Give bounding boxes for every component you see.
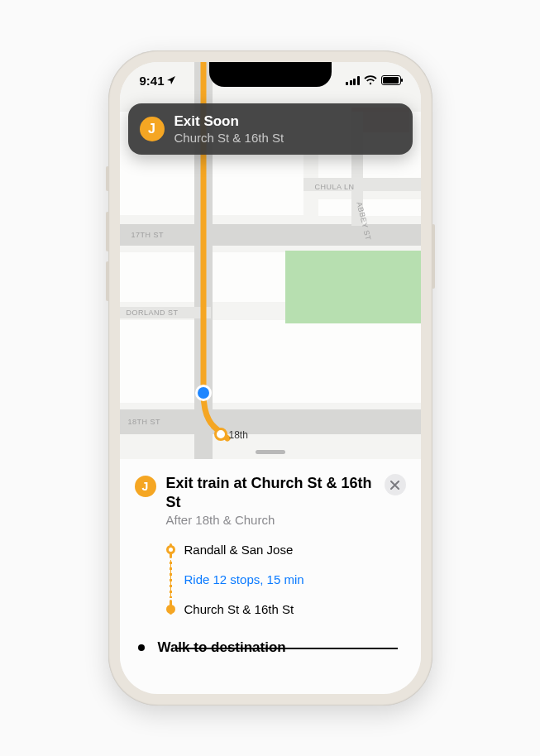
walk-bullet-icon [138, 644, 145, 651]
banner-title: Exit Soon [174, 113, 284, 130]
step-subtitle: After 18th & Church [166, 513, 381, 527]
exit-soon-banner[interactable]: J Exit Soon Church St & 16th St [128, 103, 413, 155]
battery-icon [381, 75, 401, 85]
street-label-17th: 17TH ST [131, 231, 165, 239]
destination-label: Church St & 16th St [184, 602, 294, 616]
directions-sheet[interactable]: J Exit train at Church St & 16th St Afte… [120, 459, 421, 694]
close-button[interactable] [385, 474, 406, 495]
cellular-signal-icon [346, 76, 360, 85]
stop-label: 18th [229, 429, 248, 441]
svg-rect-9 [285, 251, 421, 323]
route-destination: Church St & 16th St [166, 598, 406, 620]
wifi-icon [364, 75, 377, 85]
origin-label: Randall & San Jose [184, 543, 294, 557]
route-ride-info[interactable]: Ride 12 stops, 15 min [166, 568, 406, 590]
svg-point-18 [198, 387, 209, 399]
street-label-chula: CHULA LN [315, 183, 355, 191]
status-bar: 9:41 [120, 62, 421, 98]
route-detail: Randall & San Jose Ride 12 stops, 15 min… [166, 538, 406, 620]
svg-point-19 [215, 429, 226, 440]
svg-rect-7 [120, 320, 194, 403]
street-label-dorland: DORLAND ST [127, 309, 179, 317]
location-arrow-icon [166, 75, 176, 85]
walk-step[interactable]: Walk to destination [135, 639, 406, 656]
line-badge-icon: J [140, 117, 165, 141]
svg-rect-5 [120, 252, 194, 302]
phone-frame: 9:41 [108, 50, 432, 706]
mute-switch [106, 166, 109, 191]
banner-subtitle: Church St & 16th St [174, 131, 284, 145]
close-icon [390, 481, 399, 490]
screen: 9:41 [120, 62, 421, 694]
svg-rect-8 [213, 320, 421, 403]
ride-info-label: Ride 12 stops, 15 min [184, 572, 304, 586]
status-time: 9:41 [140, 74, 176, 88]
clock: 9:41 [140, 74, 165, 88]
route-origin: Randall & San Jose [166, 538, 406, 560]
sheet-header: J Exit train at Church St & 16th St Afte… [135, 474, 406, 527]
sheet-grabber[interactable] [256, 450, 285, 454]
volume-up-button [106, 212, 109, 251]
screen-edge-line [176, 648, 398, 649]
svg-rect-12 [120, 409, 421, 434]
svg-rect-4 [318, 199, 421, 216]
sheet-line-badge-icon: J [135, 476, 156, 497]
step-title: Exit train at Church St & 16th St [166, 474, 381, 511]
svg-rect-11 [120, 224, 421, 246]
street-label-18th: 18TH ST [128, 418, 161, 426]
power-button [432, 224, 435, 289]
volume-down-button [106, 261, 109, 301]
